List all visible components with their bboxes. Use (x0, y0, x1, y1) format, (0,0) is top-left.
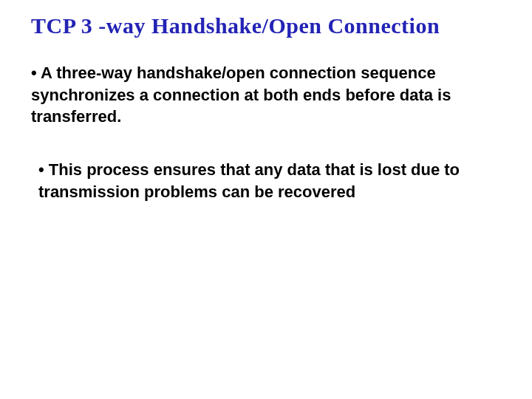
slide-title: TCP 3 -way Handshake/Open Connection (31, 13, 501, 38)
slide: TCP 3 -way Handshake/Open Connection • A… (0, 0, 532, 399)
bullet-1: • A three-way handshake/open connection … (31, 62, 501, 128)
bullet-2: • This process ensures that any data tha… (38, 159, 501, 202)
